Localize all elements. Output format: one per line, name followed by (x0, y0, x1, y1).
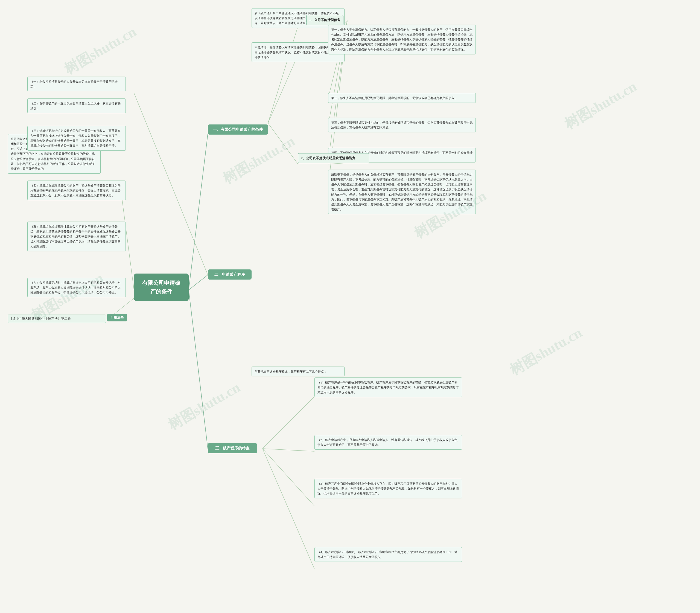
buqingchang-1: 第一，债务人丧失清偿能力。认定债务人是否具有清偿能力，一般根据债务人的财产、信用… (328, 25, 476, 54)
svg-line-17 (263, 448, 315, 451)
watermark-6: 树图shutu.cn (506, 323, 585, 380)
branch-3: 三、破产程序的特点 (208, 443, 257, 453)
left-item-1: （一）此公司所持有股份的人员开会决定提出将最早申请破产的决定； (27, 77, 126, 91)
mindmap-container: 树图shutu.cn 树图shutu.cn 树图shutu.cn 树图shutu… (0, 0, 700, 613)
left-item-5: （五）清算组在经过整理计算出公司所有财产并将这些资产进行分类，编制成为清楚法满债… (27, 222, 126, 251)
watermark-1: 树图shutu.cn (61, 22, 140, 79)
connector-lines (0, 0, 700, 613)
svg-line-18 (263, 448, 315, 506)
svg-line-4 (268, 55, 298, 123)
branch-2: 二、申请破产程序 (208, 270, 252, 279)
feature-3: （3）破产程序中有两个或两个以上企业债权人存在，因为破产程序目重要是追索债务人的… (315, 479, 462, 498)
branch-1: 一、有限公司申请破产的条件 (208, 125, 268, 134)
condition-1: 1、公司不能清偿债务 (306, 15, 343, 25)
svg-line-19 (263, 448, 315, 569)
svg-line-5 (268, 123, 298, 164)
svg-line-0 (189, 134, 208, 290)
left-item-4: （四）清算组在处理清算公司的财产，将这些资产清算分类整理为动用有法律效率的形式来… (27, 181, 126, 200)
svg-line-3 (268, 26, 298, 123)
left-item-3: （三）清算组要在组织完成开始工作的十天里告知债权人，而且要在六十天里要在报纸上进… (27, 126, 126, 151)
citation-box: [1]《中华人民共和国企业破产法》第二条 (8, 315, 106, 323)
zichan-text: 所谓资不抵债，是指债务人的负债超过实有资产，其着眼点是资产债务的比例关系。考察债… (328, 170, 476, 214)
pochanjiegou-intro: 与其他民事诉讼程序相比，破产程序有以下几个特点： (252, 367, 345, 376)
central-node: 有限公司申请破产的条件 (134, 274, 189, 301)
svg-line-1 (189, 275, 208, 290)
left-item-6: （六）公司清算完结时，清算组要提交上去所有的相关文件记录，向股东场、股东大会或者… (27, 278, 126, 297)
feature-1: （1）破产程序是一种特殊的民事诉讼程序。破产程序属于民事诉讼程序的范畴，但它又不… (315, 378, 462, 397)
watermark-4: 树图shutu.cn (164, 378, 243, 434)
feature-4: （4）破产程序实行一审终制。破产程序实行一审终审程序主要是为了尽快结束破产后的清… (315, 547, 462, 562)
svg-line-2 (189, 290, 208, 448)
cite-arrow: 引用法条 (107, 314, 127, 322)
svg-line-12 (134, 93, 208, 275)
condition-2: 2、公司资不抵债或明显缺乏清偿能力 (298, 153, 369, 163)
buqingchang-3: 第三，债务不限于以货币支付为标的，但必须是能够以货币评价的债务，否则因其债务形式… (328, 118, 476, 132)
watermark-7: 树图shutu.cn (561, 77, 640, 133)
buqingchang-2: 第二，债务人不能清偿的是已到偿还期限，提出清偿要求的，无争议或者已有确定名义的债… (328, 93, 476, 103)
watermark-2: 树图shutu.cn (219, 132, 298, 188)
svg-line-16 (263, 396, 315, 448)
feature-2: （2）破产申请程序中，只有破产申请和人和被申请人，没有原告和被告。破产程序是由于… (315, 435, 462, 450)
left-item-2: （二）在申请破产的十五天以里要举清算人员组织好，从而进行有关消点； (27, 99, 126, 113)
